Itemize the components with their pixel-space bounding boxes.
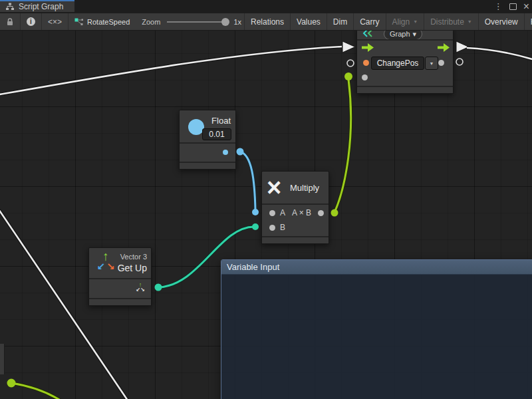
node-footer: [357, 86, 453, 93]
multiply-input-b-label: B: [280, 223, 285, 232]
code-icon: <×>: [48, 17, 62, 27]
float-node[interactable]: Float 0.01: [179, 110, 236, 170]
relations-button[interactable]: Relations: [245, 13, 291, 30]
node-footer: [262, 236, 329, 243]
graph-name-label: RotateSpeed: [87, 18, 130, 26]
script-graph-icon: [5, 3, 15, 11]
code-view-button[interactable]: <×>: [42, 13, 68, 30]
values-button[interactable]: Values: [291, 13, 327, 30]
multiply-input-a-label: A: [280, 208, 285, 217]
graph-node-icon: [74, 18, 83, 26]
multiply-output-port[interactable]: [318, 210, 324, 216]
lock-icon: [6, 17, 14, 26]
value-output-port[interactable]: [438, 60, 444, 66]
multiply-output-label: A × B: [292, 208, 311, 217]
value-input-port-2[interactable]: [362, 74, 368, 80]
full-screen-button[interactable]: Full Screen: [525, 13, 532, 30]
info-icon: i: [27, 17, 35, 26]
graph-unit-node[interactable]: Graph▾ ChangePos ▼: [356, 27, 454, 94]
lock-button[interactable]: [0, 13, 21, 30]
distribute-dropdown[interactable]: Distribute▼: [424, 13, 479, 30]
chevron-down-icon: ▼: [413, 19, 418, 24]
group-panel-variable-input[interactable]: Variable Input: [221, 259, 532, 399]
vector3-output-port[interactable]: ↑ ↙↘: [134, 282, 146, 293]
script-graph-window: Variable Input Graph▾ ChangePos ▼: [0, 0, 532, 399]
window-close-icon[interactable]: ×: [523, 0, 529, 13]
zoom-slider[interactable]: [167, 21, 227, 23]
chevron-down-icon: ▼: [467, 19, 472, 24]
window-titlebar: Script Graph ⋮ ×: [0, 0, 532, 13]
multiply-input-b-port[interactable]: [269, 225, 275, 231]
zoom-slider-handle[interactable]: [221, 18, 229, 26]
tab-script-graph[interactable]: Script Graph: [0, 0, 74, 12]
zoom-value: 1x: [233, 18, 241, 26]
float-value-input[interactable]: 0.01: [202, 128, 231, 140]
float-node-title: Float: [211, 116, 231, 126]
window-maximize-icon[interactable]: [509, 3, 517, 10]
node-footer: [180, 162, 235, 169]
get-up-title: Get Up: [118, 263, 147, 273]
variable-dropdown-button[interactable]: ▼: [425, 57, 438, 70]
multiply-node[interactable]: × Multiply A A × B B: [261, 171, 329, 244]
graph-toolbar: i <×> RotateSpeed Zoom 1x Relations Valu…: [0, 13, 532, 31]
graph-breadcrumb[interactable]: RotateSpeed: [68, 13, 136, 30]
multiply-node-title: Multiply: [290, 183, 319, 193]
window-menu-icon[interactable]: ⋮: [494, 0, 503, 13]
dim-button[interactable]: Dim: [327, 13, 354, 30]
carry-button[interactable]: Carry: [354, 13, 386, 30]
multiply-icon: ×: [267, 172, 281, 203]
vector3-type-label: Vector 3: [120, 253, 147, 261]
overview-button[interactable]: Overview: [479, 13, 525, 30]
zoom-control: Zoom 1x: [136, 13, 245, 30]
zoom-label: Zoom: [142, 18, 160, 26]
value-input-port-orange[interactable]: [363, 60, 369, 66]
vector3-type-icon: ↑ ↙↘: [94, 250, 117, 271]
control-input-port[interactable]: [362, 43, 374, 52]
float-output-port[interactable]: [223, 150, 228, 155]
variable-name-field[interactable]: ChangePos: [371, 57, 424, 70]
align-dropdown[interactable]: Align▼: [386, 13, 425, 30]
tab-label: Script Graph: [19, 2, 63, 11]
vector3-get-up-node[interactable]: ↑ ↙↘ Vector 3 Get Up ↑ ↙↘: [88, 247, 152, 306]
offscreen-node-edge: [0, 344, 5, 374]
group-panel-title[interactable]: Variable Input: [221, 260, 532, 275]
node-footer: [89, 298, 151, 305]
info-button[interactable]: i: [21, 13, 42, 30]
control-output-port[interactable]: [438, 43, 450, 52]
multiply-input-a-port[interactable]: [269, 210, 275, 216]
